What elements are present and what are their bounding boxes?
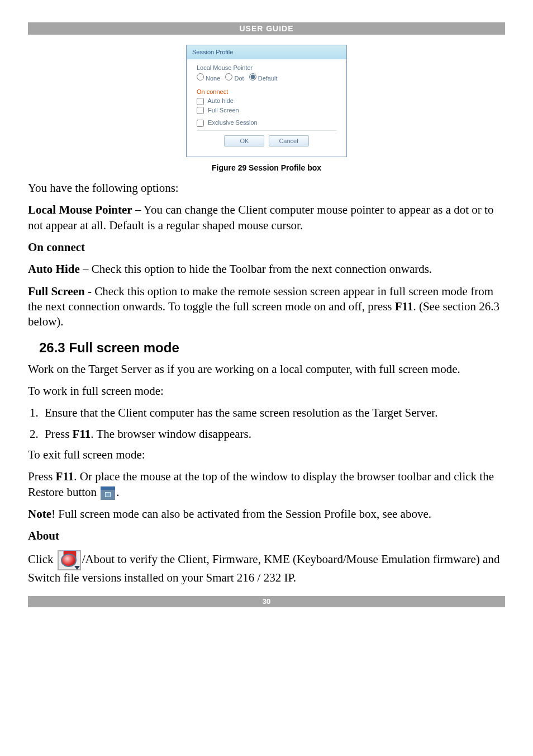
exit-f11: F11: [56, 470, 74, 483]
local-mouse-pointer-label: Local Mouse Pointer: [197, 64, 336, 72]
to-exit-label: To exit full screen mode:: [28, 447, 505, 462]
ok-button[interactable]: OK: [224, 135, 264, 147]
step2b: . The browser window disappears.: [91, 427, 251, 441]
f11-key: F11: [395, 300, 413, 313]
on-connect-heading: On connect: [28, 240, 505, 255]
exit-c: .: [116, 485, 119, 499]
radio-default[interactable]: Default: [249, 75, 278, 82]
intro-text: You have the following options:: [28, 181, 505, 196]
on-connect-bold: On connect: [28, 240, 85, 254]
step-2: Press F11. The browser window disappears…: [41, 427, 505, 442]
note-para: Note! Full screen mode can also be activ…: [28, 507, 505, 522]
radio-dot-label: Dot: [234, 75, 244, 82]
footer-bar: 30: [28, 596, 505, 607]
figure-caption: Figure 29 Session Profile box: [28, 163, 505, 173]
about-para: Click /About to verify the Client, Firmw…: [28, 550, 505, 585]
auto-hide-bold: Auto Hide: [28, 262, 80, 276]
header-bar: USER GUIDE: [28, 22, 505, 35]
dialog-title: Session Profile: [187, 45, 346, 59]
exit-para: Press F11. Or place the mouse at the top…: [28, 469, 505, 500]
step2-f11: F11: [73, 427, 91, 441]
about-heading: About: [28, 528, 505, 544]
control-panel-icon: [58, 550, 81, 570]
auto-hide-checkbox[interactable]: Auto hide: [197, 97, 234, 104]
full-screen-steps: Ensure that the Client computer has the …: [41, 405, 505, 442]
auto-hide-para: Auto Hide – Check this option to hide th…: [28, 262, 505, 277]
step-1: Ensure that the Client computer has the …: [41, 405, 505, 420]
exit-a: Press: [28, 470, 56, 483]
radio-default-label: Default: [258, 75, 278, 82]
section-26-3-heading: 26.3 Full screen mode: [39, 339, 505, 356]
radio-none[interactable]: None: [197, 75, 220, 82]
full-screen-bold: Full Screen: [28, 285, 85, 298]
radio-none-label: None: [206, 75, 220, 82]
on-connect-label: On connect: [197, 88, 336, 96]
page-number: 30: [263, 597, 270, 606]
local-mouse-pointer-para: Local Mouse Pointer – You can change the…: [28, 202, 505, 233]
divider: [197, 130, 336, 131]
radio-dot[interactable]: Dot: [225, 75, 244, 82]
local-mouse-pointer-radios: None Dot Default: [197, 73, 336, 82]
header-title: USER GUIDE: [239, 24, 293, 33]
click-a: Click: [28, 552, 56, 566]
auto-hide-rest: – Check this option to hide the Toolbar …: [80, 262, 432, 276]
lmp-bold: Local Mouse Pointer: [28, 203, 132, 216]
cancel-button[interactable]: Cancel: [269, 135, 309, 147]
note-text: ! Full screen mode can also be activated…: [51, 507, 431, 521]
auto-hide-label: Auto hide: [207, 97, 233, 104]
exit-b: . Or place the mouse at the top of the w…: [28, 470, 494, 498]
session-profile-figure: Session Profile Local Mouse Pointer None…: [28, 45, 505, 157]
to-work-label: To work in full screen mode:: [28, 384, 505, 399]
exclusive-session-checkbox[interactable]: Exclusive Session: [197, 119, 258, 126]
full-screen-checkbox[interactable]: Full Screen: [197, 107, 239, 114]
exclusive-session-label: Exclusive Session: [208, 119, 258, 126]
note-bold: Note: [28, 507, 51, 521]
full-screen-para: Full Screen - Check this option to make …: [28, 284, 505, 330]
session-profile-dialog: Session Profile Local Mouse Pointer None…: [186, 45, 347, 157]
restore-icon: [101, 486, 115, 500]
about-bold: About: [28, 529, 59, 542]
click-b: /About to verify the Client, Firmware, K…: [28, 552, 499, 584]
full-screen-label: Full Screen: [208, 107, 239, 114]
step2a: Press: [45, 427, 73, 441]
work-para: Work on the Target Server as if you are …: [28, 362, 505, 377]
